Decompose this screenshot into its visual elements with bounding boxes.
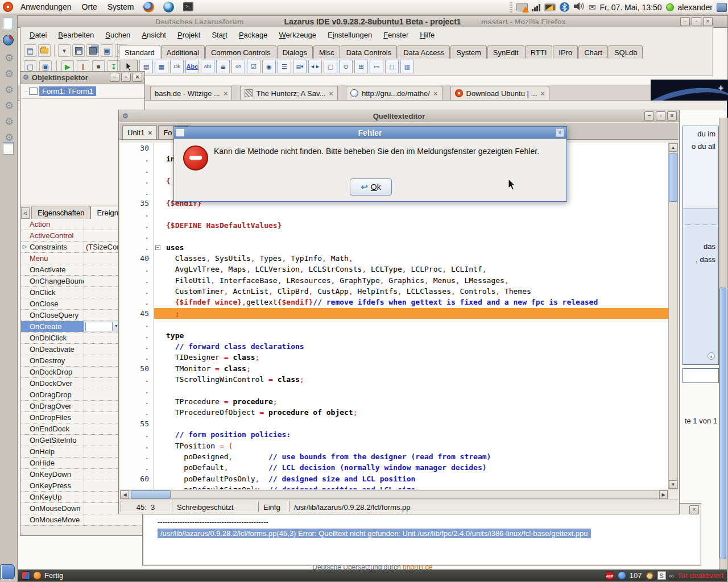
tab-close-icon[interactable]: × [540, 89, 545, 98]
code-line-r29[interactable]: . poDefault, // LCL decision (normally w… [120, 462, 668, 473]
palette-tab-sqldb[interactable]: SQLdb [609, 45, 643, 59]
menu-einstellungen[interactable]: Einstellungen [322, 28, 378, 41]
code-line-50[interactable]: 50 TMonitor = class; [120, 363, 668, 374]
gear-icon[interactable]: ⚙ [3, 68, 15, 80]
palette-tab-dialogs[interactable]: Dialogs [277, 45, 313, 59]
palette-tab-standard[interactable]: Standard [119, 45, 160, 59]
code-line-r26[interactable]: . // form position policies: [120, 429, 668, 440]
thunderbird-launcher-icon[interactable] [163, 2, 174, 13]
firefox-tab-1[interactable]: bash.de - Witzige ...× [150, 86, 232, 100]
component-tree[interactable]: ┄ Form1: TForm1 [21, 84, 144, 99]
user-switcher-icon[interactable] [717, 3, 727, 12]
menu-start[interactable]: Start [206, 28, 233, 41]
tlistbox-icon[interactable]: ☰ [278, 60, 291, 73]
close-button[interactable]: × [133, 73, 142, 82]
menu-projekt[interactable]: Projekt [172, 28, 206, 41]
gear-icon[interactable]: ⚙ [3, 115, 15, 128]
code-line-r8[interactable]: . [120, 231, 668, 242]
close-icon[interactable]: × [556, 128, 564, 137]
firefox-tab-3[interactable]: http://gru...de/mathe/× [346, 86, 442, 100]
editor-vertical-scrollbar[interactable]: ▲ ▼ [668, 143, 678, 489]
firefox-tab-2[interactable]: The Hunterz; A Sav...× [240, 86, 337, 100]
scroll-up-icon[interactable]: ▲ [669, 143, 677, 152]
tree-item-form1[interactable]: Form1: TForm1 [39, 86, 96, 96]
property-value[interactable] [84, 514, 144, 525]
ttogglebox-icon[interactable]: on [231, 60, 245, 73]
event-handler-combo[interactable]: ▾ [85, 322, 121, 331]
error-dialog-titlebar[interactable]: Fehler × [174, 127, 566, 139]
code-line-r18[interactable]: . // forward class declarations [120, 341, 668, 352]
tor-status[interactable]: Tor deaktiviert [677, 571, 723, 580]
tcheckgroup-icon[interactable]: ⊞ [354, 60, 368, 73]
code-line-r16[interactable]: . [120, 319, 668, 330]
maximize-button[interactable]: ▫ [121, 73, 131, 82]
panel-username[interactable]: alexander [678, 3, 713, 12]
code-line-r22[interactable]: . [120, 385, 668, 396]
panel-clock[interactable]: Fr, 07. Mai, 13:50 [600, 3, 662, 12]
tbutton-icon[interactable]: Ok [170, 60, 184, 73]
code-line-r12[interactable]: . FileUtil, InterfaceBase, LResources, G… [120, 275, 668, 286]
ok-button[interactable]: ↩ Ok [350, 178, 392, 196]
scroll-down-icon[interactable]: ▼ [669, 480, 677, 489]
code-line-r19[interactable]: . TIDesigner = class; [120, 352, 668, 363]
fold-collapse-icon[interactable]: − [155, 245, 160, 250]
tpanel-icon[interactable]: ▭ [370, 60, 383, 73]
save-all-button[interactable] [86, 44, 99, 57]
addon-fox-icon[interactable] [33, 571, 42, 580]
code-line-r24[interactable]: . TProcedureOfObject = procedure of obje… [120, 407, 668, 418]
mail-icon[interactable]: ✉ [589, 2, 596, 13]
scroll-to-top-icon[interactable]: ▴ [708, 352, 715, 360]
network-signal-icon[interactable] [532, 3, 540, 11]
tab-close-icon[interactable]: × [433, 89, 438, 98]
code-line-r13[interactable]: . CustomTimer, ActnList, ClipBrd, CustAp… [120, 286, 668, 297]
update-notifier-icon[interactable] [516, 3, 528, 11]
gear-icon[interactable]: ⚙ [3, 99, 15, 112]
palette-tab-rtti[interactable]: RTTI [525, 45, 553, 59]
menu-ansicht[interactable]: Ansicht [136, 28, 172, 41]
tab-close-icon[interactable]: × [329, 89, 333, 98]
editor-horizontal-scrollbar[interactable]: ◀ ▶ [120, 490, 668, 499]
tscrollbar-icon[interactable]: ◄► [308, 60, 322, 73]
tab-close-icon[interactable]: × [224, 89, 228, 98]
display-icon[interactable] [544, 3, 556, 11]
tradiobutton-icon[interactable]: ◉ [262, 60, 276, 73]
expand-icon[interactable]: ▷ [21, 242, 28, 252]
open-dropdown-button[interactable]: ▾ [58, 44, 71, 57]
palette-tab-data-controls[interactable]: Data Controls [341, 45, 397, 59]
panel-grip[interactable] [510, 2, 512, 13]
code-line-r9[interactable]: .−uses [120, 242, 668, 253]
palette-tab-chart[interactable]: Chart [578, 45, 608, 59]
tlabel-icon[interactable]: Abc [185, 60, 199, 73]
open-button[interactable] [38, 44, 51, 57]
code-line-r11[interactable]: . AvgLvlTree, Maps, LCLVersion, LCLStrCo… [120, 264, 668, 275]
menu-bearbeiten[interactable]: Bearbeiten [52, 28, 100, 41]
gear-icon[interactable]: ⚙ [3, 52, 15, 64]
maximize-button[interactable]: ▫ [656, 111, 665, 120]
palette-tab-ipro[interactable]: IPro [553, 45, 578, 59]
panel-menu-system[interactable]: System [102, 1, 139, 13]
close-button[interactable]: × [667, 111, 677, 120]
scrollbar-thumb[interactable] [131, 490, 171, 498]
firefox-launcher-icon[interactable] [143, 2, 154, 13]
scroll-right-icon[interactable]: ▶ [659, 490, 668, 499]
tcombobox-icon[interactable]: ▤▾ [293, 60, 307, 73]
palette-tab-data-access[interactable]: Data Access [398, 45, 450, 59]
notebook-icon[interactable] [3, 142, 15, 155]
tframe-icon[interactable]: ◻ [385, 60, 399, 73]
code-line-r28[interactable]: . poDesigned, // use bounds from the des… [120, 451, 668, 462]
inspector-tab-eigenschaften[interactable]: Eigenschaften [31, 206, 90, 219]
maximize-button[interactable]: ▫ [692, 17, 701, 26]
code-line-r14[interactable]: . {$ifndef wince},gettext{$endif}// remo… [120, 297, 668, 307]
code-line-40[interactable]: 40 Classes, SysUtils, Types, TypInfo, Ma… [120, 253, 668, 264]
tmemo-icon[interactable]: ≣ [216, 60, 230, 73]
panel-menu-anwendungen[interactable]: Anwendungen [15, 1, 77, 13]
scroll-left-icon[interactable]: ◀ [121, 490, 129, 499]
close-button[interactable]: × [689, 505, 699, 514]
code-line-r31[interactable]: . poDefaultSizeOnly, // designed positio… [120, 484, 668, 489]
minimize-button[interactable]: – [110, 73, 119, 82]
taskbar-book-icon[interactable] [0, 564, 17, 581]
new-unit-button[interactable]: ▤ [24, 44, 36, 57]
editor-tab-unit1[interactable]: Unit1× [122, 125, 157, 139]
tab-close-icon[interactable]: × [148, 129, 152, 137]
close-button[interactable]: × [703, 17, 713, 26]
